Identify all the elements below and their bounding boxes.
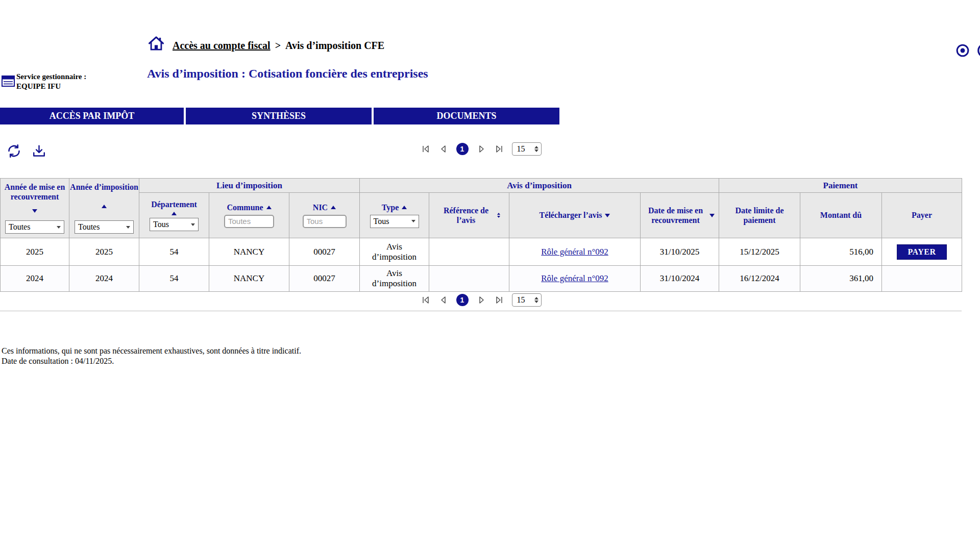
last-page-icon[interactable] bbox=[494, 144, 504, 154]
dropdown-icon[interactable] bbox=[605, 214, 610, 217]
current-page-indicator[interactable]: 1 bbox=[456, 143, 469, 155]
service-card-icon bbox=[2, 75, 15, 89]
sort-desc-icon[interactable] bbox=[709, 214, 715, 217]
cell-annee-recouvrement: 2025 bbox=[1, 238, 69, 266]
avis-imposition-table: Année de mise en recouvrement Toutes Ann… bbox=[0, 178, 962, 292]
col-header-type: Type Tous bbox=[360, 193, 429, 238]
pagination-top: 1 15 bbox=[0, 142, 962, 156]
dropdown-icon bbox=[57, 226, 61, 229]
sort-asc-icon[interactable] bbox=[402, 206, 407, 209]
annee-recouvrement-label: Année de mise en recouvrement bbox=[1, 182, 68, 202]
cell-reference bbox=[429, 238, 509, 266]
breadcrumb-link-compte-fiscal[interactable]: Accès au compte fiscal bbox=[173, 40, 271, 52]
annee-recouvrement-filter[interactable]: Toutes bbox=[5, 220, 64, 234]
dropdown-icon bbox=[126, 226, 130, 229]
cell-payer bbox=[882, 266, 962, 292]
col-header-reference: Référence de l’avis bbox=[429, 193, 509, 238]
cell-montant: 361,00 bbox=[800, 266, 882, 292]
table-row: 2024 2024 54 NANCY 00027 Avis d’impositi… bbox=[1, 266, 962, 292]
sort-both-icon[interactable] bbox=[497, 213, 500, 218]
dropdown-icon bbox=[411, 220, 415, 222]
target-icon-partial[interactable] bbox=[977, 43, 980, 58]
stepper-icon bbox=[534, 146, 538, 152]
col-header-commune: Commune bbox=[209, 193, 289, 238]
col-header-nic: NIC bbox=[289, 193, 360, 238]
cell-date-recouvrement: 31/10/2025 bbox=[641, 238, 719, 266]
cell-montant: 516,00 bbox=[800, 238, 882, 266]
footer-line2: Date de consultation : 04/11/2025. bbox=[2, 356, 301, 366]
date-recouvrement-label: Date de mise en recouvrement bbox=[645, 206, 706, 225]
commune-filter-input[interactable] bbox=[224, 215, 274, 228]
departement-label: Département bbox=[151, 199, 197, 209]
next-page-icon[interactable] bbox=[476, 295, 486, 305]
annee-imposition-filter[interactable]: Toutes bbox=[75, 220, 134, 234]
dropdown-icon bbox=[191, 223, 195, 226]
sort-asc-icon[interactable] bbox=[172, 212, 177, 215]
departement-filter[interactable]: Tous bbox=[150, 218, 199, 231]
cell-type: Avis d’imposition bbox=[360, 266, 429, 292]
download-avis-link[interactable]: Rôle général n°092 bbox=[541, 273, 608, 283]
next-page-icon[interactable] bbox=[476, 144, 486, 154]
cell-telecharger: Rôle général n°092 bbox=[509, 266, 641, 292]
sort-desc-icon[interactable] bbox=[32, 209, 37, 213]
col-header-annee-imposition: Année d’imposition Toutes bbox=[69, 179, 139, 238]
cell-departement: 54 bbox=[139, 266, 209, 292]
current-page-indicator[interactable]: 1 bbox=[456, 294, 469, 306]
first-page-icon[interactable] bbox=[421, 295, 431, 305]
service-gestionnaire: Service gestionnaire : EQUIPE IFU bbox=[16, 72, 86, 91]
sort-asc-icon[interactable] bbox=[331, 206, 336, 209]
last-page-icon[interactable] bbox=[494, 295, 504, 305]
page-size-select[interactable]: 15 bbox=[512, 142, 542, 156]
type-label: Type bbox=[382, 203, 399, 212]
cell-departement: 54 bbox=[139, 238, 209, 266]
col-header-annee-recouvrement: Année de mise en recouvrement Toutes bbox=[1, 179, 69, 238]
tab-acces-par-impot[interactable]: ACCÈS PAR IMPÔT bbox=[0, 108, 184, 124]
nic-filter-input[interactable] bbox=[303, 215, 347, 228]
footer-line1: Ces informations, qui ne sont pas nécess… bbox=[2, 346, 301, 356]
page-size-select[interactable]: 15 bbox=[512, 293, 542, 307]
cell-annee-imposition: 2024 bbox=[69, 266, 139, 292]
cell-nic: 00027 bbox=[289, 266, 360, 292]
first-page-icon[interactable] bbox=[421, 144, 431, 154]
cell-type: Avis d’imposition bbox=[360, 238, 429, 266]
group-header-paiement: Paiement bbox=[719, 179, 962, 193]
cell-annee-imposition: 2025 bbox=[69, 238, 139, 266]
separator-line bbox=[0, 311, 962, 311]
tab-documents[interactable]: DOCUMENTS bbox=[374, 108, 559, 124]
stepper-icon bbox=[534, 297, 538, 303]
breadcrumb-separator: > bbox=[275, 40, 281, 52]
target-icon[interactable] bbox=[955, 43, 970, 58]
breadcrumb: Accès au compte fiscal > Avis d’impositi… bbox=[173, 40, 384, 52]
cell-telecharger: Rôle général n°092 bbox=[509, 238, 641, 266]
service-label: Service gestionnaire : bbox=[16, 72, 86, 82]
cell-date-limite: 16/12/2024 bbox=[719, 266, 800, 292]
service-value: EQUIPE IFU bbox=[16, 82, 86, 91]
page-title: Avis d’imposition : Cotisation foncière … bbox=[147, 67, 428, 81]
group-header-lieu: Lieu d’imposition bbox=[139, 179, 360, 193]
telecharger-label: Télécharger l’avis bbox=[540, 211, 602, 220]
col-header-date-recouvrement: Date de mise en recouvrement bbox=[641, 193, 719, 238]
prev-page-icon[interactable] bbox=[438, 295, 449, 305]
table-row: 2025 2025 54 NANCY 00027 Avis d’impositi… bbox=[1, 238, 962, 266]
reference-label: Référence de l’avis bbox=[438, 206, 494, 225]
sort-asc-icon[interactable] bbox=[102, 205, 107, 208]
footer-disclaimer: Ces informations, qui ne sont pas nécess… bbox=[2, 346, 301, 366]
breadcrumb-current: Avis d’imposition CFE bbox=[285, 40, 384, 52]
cell-payer: PAYER bbox=[882, 238, 962, 266]
cell-reference bbox=[429, 266, 509, 292]
tab-syntheses[interactable]: SYNTHÈSES bbox=[186, 108, 372, 124]
annee-imposition-label: Année d’imposition bbox=[70, 182, 138, 192]
cell-annee-recouvrement: 2024 bbox=[1, 266, 69, 292]
type-filter[interactable]: Tous bbox=[370, 215, 419, 228]
download-avis-link[interactable]: Rôle général n°092 bbox=[541, 247, 608, 257]
prev-page-icon[interactable] bbox=[438, 144, 449, 154]
col-header-departement: Département Tous bbox=[139, 193, 209, 238]
sort-asc-icon[interactable] bbox=[266, 206, 272, 209]
group-header-avis: Avis d’imposition bbox=[360, 179, 719, 193]
commune-label: Commune bbox=[227, 203, 263, 212]
cell-date-recouvrement: 31/10/2024 bbox=[641, 266, 719, 292]
main-nav-tabs: ACCÈS PAR IMPÔT SYNTHÈSES DOCUMENTS bbox=[0, 108, 559, 124]
home-icon[interactable] bbox=[147, 35, 165, 54]
payer-button[interactable]: PAYER bbox=[897, 244, 947, 260]
cell-commune: NANCY bbox=[209, 266, 289, 292]
